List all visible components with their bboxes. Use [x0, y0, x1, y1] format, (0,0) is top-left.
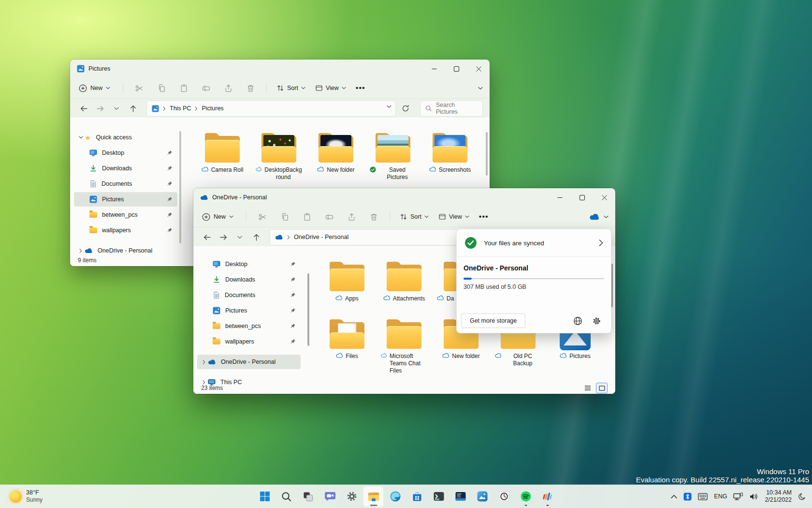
- sidebar-scrollbar[interactable]: [307, 273, 309, 346]
- sidebar-item-documents[interactable]: Documents: [74, 177, 177, 191]
- pin-icon[interactable]: [290, 323, 296, 329]
- gear-icon[interactable]: [592, 316, 601, 326]
- touch-keyboard-icon[interactable]: [698, 493, 708, 500]
- sort-button[interactable]: Sort: [272, 81, 310, 95]
- sort-button[interactable]: Sort: [395, 209, 434, 224]
- paint-button[interactable]: [537, 486, 558, 507]
- content-scrollbar[interactable]: [486, 132, 488, 176]
- search-input[interactable]: Search Pictures: [420, 101, 483, 117]
- bluetooth-icon[interactable]: [683, 493, 692, 501]
- delete-button[interactable]: [362, 209, 385, 224]
- search-button[interactable]: [276, 486, 297, 507]
- sidebar-item-downloads[interactable]: Downloads: [197, 272, 301, 287]
- pin-icon[interactable]: [290, 339, 296, 344]
- sidebar-item-between-pcs[interactable]: between_pcs: [74, 208, 177, 222]
- share-button[interactable]: [217, 81, 239, 95]
- folder-tile-teams-chat-files[interactable]: Microsoft Teams Chat Files: [377, 319, 431, 374]
- pictures-titlebar[interactable]: Pictures: [70, 60, 490, 78]
- get-more-storage-button[interactable]: Get more storage: [461, 314, 525, 328]
- crumb-pictures[interactable]: Pictures: [202, 105, 223, 112]
- crumb-onedrive[interactable]: OneDrive - Personal: [294, 234, 348, 240]
- sidebar-item-downloads[interactable]: Downloads: [74, 161, 177, 176]
- chevron-expanded-icon[interactable]: [79, 136, 83, 139]
- volume-icon[interactable]: [749, 493, 758, 501]
- sidebar-item-between-pcs[interactable]: between_pcs: [197, 319, 301, 333]
- thumbnail-view-button[interactable]: [596, 383, 608, 393]
- chevron-collapsed-icon[interactable]: [203, 360, 205, 364]
- up-button[interactable]: [126, 102, 140, 115]
- file-explorer-button[interactable]: [363, 486, 384, 507]
- network-icon[interactable]: [733, 493, 743, 501]
- recent-locations-button[interactable]: [110, 102, 123, 115]
- folder-tile-camera-roll[interactable]: Camera Roll: [195, 133, 249, 174]
- minimize-button[interactable]: [549, 188, 571, 207]
- pin-icon[interactable]: [167, 150, 173, 156]
- view-button[interactable]: View: [434, 209, 474, 224]
- more-options-button[interactable]: •••: [474, 212, 493, 221]
- folder-tile-files[interactable]: Files: [320, 319, 374, 360]
- rename-button[interactable]: [318, 209, 340, 224]
- close-button[interactable]: [593, 188, 615, 207]
- copy-button[interactable]: [150, 81, 173, 95]
- alarms-clock-button[interactable]: [493, 486, 514, 507]
- up-button[interactable]: [249, 230, 263, 244]
- moon-icon[interactable]: [798, 493, 806, 501]
- maximize-button[interactable]: [445, 60, 467, 78]
- globe-icon[interactable]: [573, 316, 582, 326]
- folder-tile-attachments[interactable]: Attachments: [377, 262, 431, 302]
- back-button[interactable]: [200, 230, 214, 244]
- cut-button[interactable]: [128, 81, 150, 95]
- more-options-button[interactable]: •••: [351, 84, 370, 92]
- minimize-button[interactable]: [423, 60, 445, 78]
- chevron-down-icon[interactable]: [604, 215, 609, 219]
- settings-button[interactable]: [341, 486, 362, 507]
- store-button[interactable]: [406, 486, 427, 507]
- chevron-collapsed-icon[interactable]: [79, 249, 82, 253]
- pin-icon[interactable]: [290, 277, 296, 283]
- chevron-right-icon[interactable]: [599, 239, 603, 246]
- weather-widget[interactable]: 38°F Sunny: [6, 485, 46, 508]
- folder-tile-screenshots[interactable]: Screenshots: [423, 133, 477, 174]
- pin-icon[interactable]: [167, 196, 173, 202]
- folder-tile-apps[interactable]: Apps: [320, 262, 374, 302]
- delete-button[interactable]: [239, 81, 261, 95]
- maximize-button[interactable]: [571, 188, 593, 207]
- crumb-this-pc[interactable]: This PC: [170, 105, 191, 112]
- share-button[interactable]: [340, 209, 362, 224]
- onedrive-account-icon[interactable]: [589, 213, 600, 220]
- rename-button[interactable]: [195, 81, 217, 95]
- breadcrumb[interactable]: This PC Pictures: [146, 101, 396, 117]
- sidebar-item-wallpapers[interactable]: wallpapers: [74, 223, 177, 238]
- forward-button[interactable]: [217, 230, 230, 244]
- sidebar-item-desktop[interactable]: Desktop: [74, 146, 177, 160]
- folder-tile-saved-pictures[interactable]: Saved Pictures: [366, 133, 420, 181]
- paste-button[interactable]: [296, 209, 318, 224]
- sidebar-item-onedrive[interactable]: OneDrive - Personal: [197, 355, 301, 369]
- chevron-down-icon[interactable]: [478, 87, 483, 90]
- sync-status-row[interactable]: Your files are synced: [457, 229, 611, 257]
- close-button[interactable]: [467, 60, 490, 78]
- start-button[interactable]: [254, 486, 275, 507]
- sidebar-item-desktop[interactable]: Desktop: [197, 257, 301, 271]
- console-window-button[interactable]: [450, 486, 471, 507]
- task-view-button[interactable]: [298, 486, 319, 507]
- sidebar-item-documents[interactable]: Documents: [197, 288, 301, 302]
- new-button[interactable]: New: [79, 84, 110, 92]
- chevron-down-icon[interactable]: [387, 105, 392, 108]
- forward-button[interactable]: [93, 102, 107, 115]
- folder-tile-desktopbackground[interactable]: DesktopBackground: [252, 133, 306, 181]
- copy-button[interactable]: [274, 209, 296, 224]
- onedrive-titlebar[interactable]: OneDrive - Personal: [193, 188, 615, 207]
- pin-icon[interactable]: [290, 292, 296, 298]
- back-button[interactable]: [77, 102, 90, 115]
- hidden-icons-chevron[interactable]: [671, 494, 677, 499]
- recent-locations-button[interactable]: [233, 230, 246, 244]
- clock[interactable]: 10:34 AM 2/21/2022: [765, 489, 792, 504]
- photos-button[interactable]: [472, 486, 493, 507]
- sidebar-scrollbar[interactable]: [179, 131, 181, 243]
- terminal-button[interactable]: [428, 486, 449, 507]
- folder-tile-new-folder[interactable]: New folder: [309, 133, 363, 174]
- edge-button[interactable]: [385, 486, 406, 507]
- pin-icon[interactable]: [290, 261, 296, 267]
- pin-icon[interactable]: [290, 308, 296, 314]
